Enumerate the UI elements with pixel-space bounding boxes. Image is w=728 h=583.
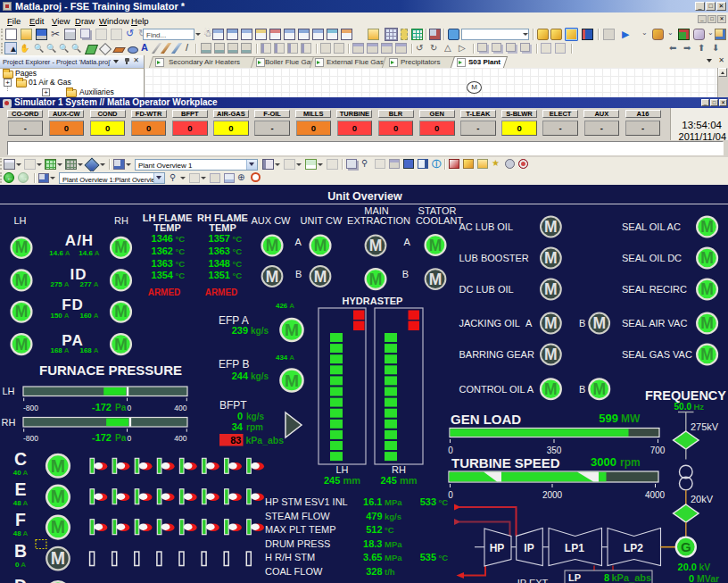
svg-text:HP STM ESV1 INL: HP STM ESV1 INL	[265, 496, 348, 507]
svg-text:B: B	[295, 269, 302, 279]
svg-text:0: 0	[127, 404, 131, 412]
svg-text:Pa: Pa	[115, 433, 127, 443]
svg-text:A: A	[525, 318, 533, 329]
svg-text:t/h: t/h	[385, 567, 395, 577]
svg-text:275 A: 275 A	[50, 280, 69, 288]
svg-text:EFP B: EFP B	[219, 358, 249, 371]
svg-text:400: 400	[174, 404, 186, 412]
svg-text:1348: 1348	[209, 258, 230, 269]
svg-text:STEAM FLOW: STEAM FLOW	[265, 511, 330, 521]
svg-text:MPa: MPa	[385, 553, 402, 562]
svg-text:0: 0	[448, 446, 453, 455]
svg-text:8: 8	[604, 572, 609, 583]
svg-text:245 mm: 245 mm	[381, 475, 418, 486]
svg-text:rpm: rpm	[246, 422, 263, 432]
svg-text:245 mm: 245 mm	[324, 475, 360, 486]
svg-text:B: B	[579, 318, 585, 329]
svg-text:426 A: 426 A	[276, 302, 294, 310]
svg-text:MPa: MPa	[385, 497, 402, 507]
svg-text:40 A: 40 A	[13, 469, 29, 477]
svg-text:ARMED: ARMED	[148, 287, 181, 297]
svg-text:0: 0	[448, 490, 453, 500]
svg-text:RH: RH	[2, 417, 16, 428]
svg-text:D: D	[14, 576, 27, 583]
svg-text:°C: °C	[176, 234, 186, 244]
svg-text:0 A: 0 A	[15, 561, 26, 569]
svg-text:GEN LOAD: GEN LOAD	[451, 412, 521, 427]
svg-text:MVar: MVar	[697, 573, 719, 583]
svg-text:F: F	[15, 510, 26, 529]
svg-text:2000: 2000	[542, 490, 563, 500]
svg-text:COOLANT: COOLANT	[416, 215, 463, 226]
svg-text:20kV: 20kV	[691, 494, 714, 504]
svg-text:1363: 1363	[209, 246, 230, 256]
svg-text:0: 0	[237, 411, 243, 421]
svg-text:SEAL OIL AC: SEAL OIL AC	[622, 221, 681, 232]
svg-text:533: 533	[420, 496, 436, 507]
svg-text:IP: IP	[524, 542, 534, 554]
svg-text:A: A	[404, 237, 411, 247]
svg-text:1362: 1362	[152, 246, 173, 256]
svg-text:16.1: 16.1	[363, 496, 382, 507]
svg-text:°C: °C	[233, 246, 243, 256]
svg-text:3000: 3000	[591, 455, 616, 469]
svg-text:Pa: Pa	[115, 403, 127, 412]
svg-text:A: A	[295, 237, 302, 247]
svg-text:IP EXT: IP EXT	[517, 578, 549, 583]
svg-text:BARRING GEAR: BARRING GEAR	[459, 349, 534, 360]
svg-text:50.0: 50.0	[674, 402, 692, 412]
svg-text:168 A: 168 A	[50, 346, 69, 354]
svg-text:LP1: LP1	[565, 542, 584, 554]
svg-text:14.6 A: 14.6 A	[79, 249, 100, 257]
svg-text:1357: 1357	[209, 233, 230, 244]
svg-text:C: C	[14, 449, 27, 469]
svg-text:BFPT: BFPT	[219, 399, 247, 412]
svg-text:Hz: Hz	[694, 402, 705, 412]
svg-text:LH: LH	[335, 464, 348, 475]
svg-text:kg/s: kg/s	[246, 412, 264, 421]
svg-text:244: 244	[232, 371, 249, 381]
svg-text:°C: °C	[176, 271, 186, 280]
svg-text:LP2: LP2	[624, 542, 643, 554]
svg-text:B: B	[14, 541, 27, 561]
svg-text:°C: °C	[233, 271, 243, 280]
svg-text:1346: 1346	[152, 233, 173, 244]
svg-text:TEMP: TEMP	[209, 222, 236, 233]
svg-text:kPa_abs: kPa_abs	[612, 572, 652, 583]
svg-text:E: E	[14, 479, 26, 499]
svg-text:-172: -172	[92, 432, 112, 443]
svg-text:48 A: 48 A	[13, 499, 29, 507]
svg-text:A/H: A/H	[65, 232, 94, 249]
svg-text:°C: °C	[233, 259, 243, 269]
svg-text:CONTROL OIL A: CONTROL OIL A	[459, 384, 534, 395]
svg-text:-800: -800	[23, 404, 38, 412]
svg-text:UNIT CW: UNIT CW	[301, 215, 343, 226]
svg-text:275kV: 275kV	[691, 421, 719, 432]
svg-text:B: B	[402, 269, 409, 279]
svg-text:kg/s: kg/s	[385, 512, 401, 521]
svg-text:LH: LH	[2, 386, 14, 396]
svg-text:COAL FLOW: COAL FLOW	[265, 566, 323, 577]
svg-text:18.3: 18.3	[363, 538, 382, 549]
svg-text:AUX CW: AUX CW	[252, 215, 292, 226]
svg-text:150 A: 150 A	[50, 312, 69, 320]
svg-text:512: 512	[366, 524, 382, 535]
svg-text:°C: °C	[176, 259, 186, 269]
svg-text:277 A: 277 A	[79, 280, 98, 288]
svg-text:MW: MW	[621, 412, 641, 425]
svg-text:3.65: 3.65	[363, 552, 382, 562]
svg-text:SEAL AIR VAC: SEAL AIR VAC	[622, 318, 687, 329]
svg-text:DC LUB OIL: DC LUB OIL	[459, 284, 514, 295]
svg-text:-172: -172	[92, 402, 112, 412]
svg-text:G: G	[681, 539, 691, 554]
svg-text:168 A: 168 A	[79, 346, 98, 354]
svg-text:rpm: rpm	[620, 456, 641, 469]
svg-text:434 A: 434 A	[276, 354, 294, 362]
svg-text:14.6 A: 14.6 A	[49, 249, 70, 257]
svg-text:EXTRACTION: EXTRACTION	[347, 215, 410, 226]
svg-text:FREQUENCY: FREQUENCY	[645, 388, 726, 403]
svg-text:H R/H STM: H R/H STM	[265, 552, 315, 562]
svg-text:°C: °C	[176, 246, 186, 256]
svg-text:MAX PLT TEMP: MAX PLT TEMP	[265, 524, 335, 535]
svg-text:1354: 1354	[152, 270, 174, 280]
